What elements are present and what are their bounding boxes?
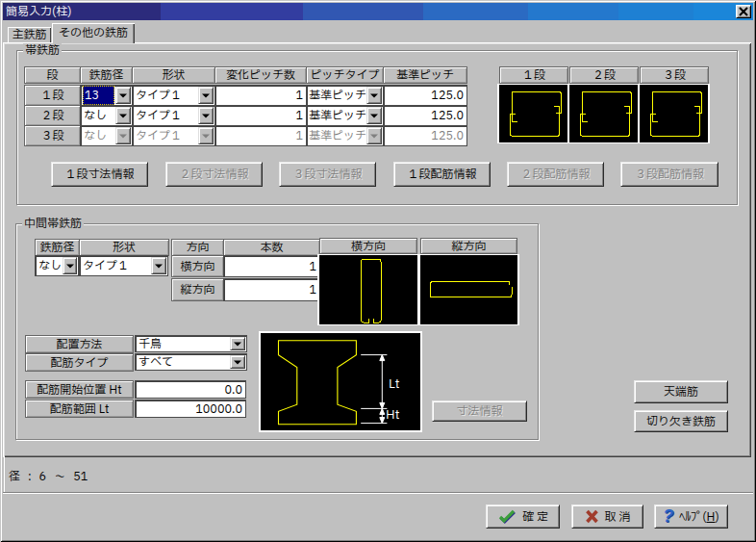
svg-text:Lt: Lt <box>389 374 400 394</box>
svg-text:Ht: Ht <box>386 405 400 425</box>
